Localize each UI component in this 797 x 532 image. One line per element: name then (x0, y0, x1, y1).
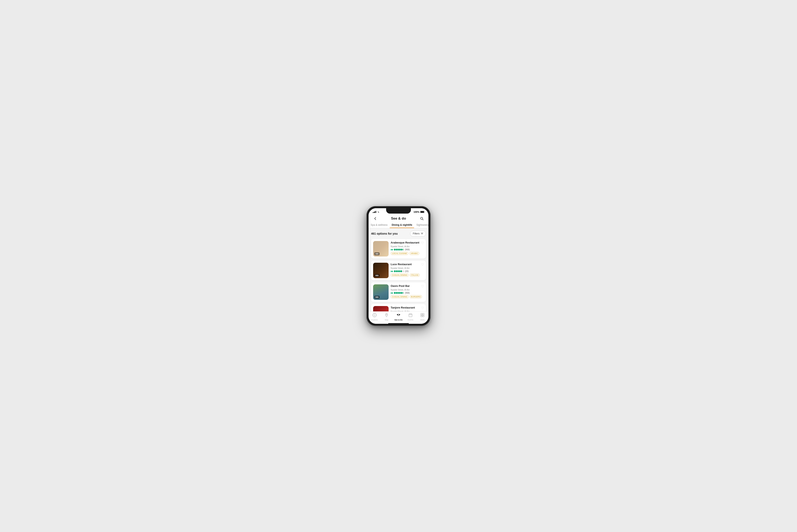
filters-button[interactable]: Filters (410, 231, 426, 236)
tab-spa[interactable]: Spa & wellness (368, 222, 390, 228)
nav-explore-label: Explore (372, 319, 378, 321)
explore-icon (372, 313, 377, 318)
events-icon (408, 313, 413, 318)
card-top: Tanjore Restaurant ♡ (391, 306, 424, 310)
map-icon (384, 313, 389, 318)
tag: LOCAL CUISINE (391, 252, 409, 255)
scene: ∿ 100% S (310, 202, 487, 330)
restaurant-card[interactable]: $$$ Oasis Pool Bar ♡ Nyadat Street, Al A… (371, 282, 426, 302)
content: 461 options for you Filters $$$ Arabesqu… (368, 228, 429, 311)
restaurant-name: Oasis Pool Bar (391, 284, 420, 287)
nav-seedo-label: See & Do (394, 319, 403, 321)
tripadvisor-icon (391, 249, 393, 251)
restaurant-image: $$$ (373, 284, 388, 300)
nav-map-label: Map (385, 319, 388, 321)
tripadvisor-icon (391, 270, 393, 272)
card-info: Tanjore Restaurant ♡ Nyadat Street, Al A… (391, 306, 424, 311)
card-info: Oasis Pool Bar ♡ Nyadat Street, Al Ain (… (391, 284, 424, 300)
tripadvisor-icon (391, 292, 393, 294)
seedo-icon (396, 313, 401, 318)
svg-rect-22 (397, 314, 400, 315)
review-count: (20) (405, 270, 409, 272)
favorite-button[interactable]: ♡ (421, 284, 424, 288)
svg-point-7 (391, 271, 392, 271)
screen: ∿ 100% S (368, 208, 429, 324)
nav-explore[interactable]: Explore (368, 313, 381, 321)
nav-map[interactable]: Map (381, 313, 393, 321)
restaurant-name: Luce Restaurant (391, 263, 420, 266)
price-badge: $$$ (374, 252, 380, 255)
more-icon (420, 313, 425, 318)
svg-rect-24 (421, 314, 422, 315)
tag: ARABIC (409, 252, 419, 255)
card-top: Luce Restaurant ♡ (391, 263, 424, 267)
rating-stars (394, 270, 404, 272)
tab-sightseeing[interactable]: Sightseeing (414, 222, 429, 228)
tag: ITALIAN (410, 273, 420, 277)
options-count: 461 options for you (371, 232, 398, 235)
favorite-button[interactable]: ♡ (421, 306, 424, 310)
svg-rect-27 (423, 315, 424, 317)
back-button[interactable] (372, 215, 379, 222)
restaurant-photo: $$$ (373, 241, 388, 256)
restaurant-photo: $$$ (373, 263, 388, 278)
nav-events-label: Events (407, 319, 413, 321)
price-badge: $$$ (374, 296, 380, 299)
restaurant-image: $$$ (373, 263, 388, 278)
favorite-button[interactable]: ♡ (421, 241, 424, 245)
nav-seedo[interactable]: See & Do (393, 313, 404, 321)
home-indicator-bar (388, 323, 409, 324)
restaurant-image: $$$ (373, 241, 388, 256)
card-tags: LOCAL CUISINEARABIC (391, 252, 424, 255)
battery-icon (420, 211, 424, 213)
card-top: Arabesque Restaurant ♡ (391, 241, 424, 245)
rating-stars (394, 292, 404, 294)
review-count: (968) (405, 248, 410, 251)
svg-point-18 (374, 315, 375, 316)
svg-point-11 (391, 292, 392, 293)
battery-percent: 100% (414, 211, 419, 213)
restaurant-card[interactable]: $$$ Arabesque Restaurant ♡ Nyadat Street… (371, 239, 426, 259)
restaurant-location: Nyadat Street, Al Ain (391, 289, 424, 291)
nav-more-label: More (420, 319, 425, 321)
tag: CASUAL DINING (391, 295, 409, 298)
status-right: 100% (414, 211, 424, 213)
signal-bars (373, 211, 376, 213)
favorite-button[interactable]: ♡ (421, 263, 424, 267)
svg-rect-23 (409, 314, 412, 317)
tab-dining[interactable]: Dining & nightlife (390, 222, 414, 228)
home-indicator (368, 323, 429, 324)
rating-row: (20) (391, 270, 424, 272)
tag: BURGERS (410, 295, 422, 298)
svg-point-19 (386, 314, 387, 315)
restaurant-card[interactable]: $$$ Tanjore Restaurant ♡ Nyadat Street, … (371, 304, 426, 311)
restaurant-name: Arabesque Restaurant (391, 241, 420, 244)
restaurant-card[interactable]: $$$ Luce Restaurant ♡ Nyadat Street, Al … (371, 261, 426, 280)
svg-rect-25 (423, 314, 424, 315)
restaurant-location: Nyadat Street, Al Ain (391, 267, 424, 269)
review-count: (968) (405, 292, 410, 294)
svg-point-0 (421, 217, 423, 220)
search-button[interactable] (418, 215, 425, 222)
nav-more[interactable]: More (416, 313, 429, 321)
page-title: See & do (379, 216, 418, 221)
restaurant-photo: $$$ (373, 306, 388, 311)
svg-rect-26 (421, 315, 422, 317)
restaurant-photo: $$$ (373, 284, 388, 300)
rating-row: (968) (391, 292, 424, 294)
wifi-icon: ∿ (377, 211, 379, 213)
restaurant-location: Nyadat Street, Al Ain (391, 245, 424, 248)
restaurant-image: $$$ (373, 306, 388, 311)
header: See & do (368, 214, 429, 222)
nav-events[interactable]: Events (404, 313, 416, 321)
card-tags: CASUAL DININGBURGERS (391, 295, 424, 298)
tag: CASUAL DINING (391, 273, 409, 277)
svg-point-3 (391, 249, 392, 250)
bottom-nav: Explore Map (368, 311, 429, 323)
rating-row: (968) (391, 248, 424, 251)
phone-device: ∿ 100% S (366, 206, 431, 326)
notch (386, 208, 411, 214)
cards-list: $$$ Arabesque Restaurant ♡ Nyadat Street… (371, 239, 426, 311)
price-badge: $$$ (374, 274, 380, 277)
options-header: 461 options for you Filters (371, 231, 426, 236)
